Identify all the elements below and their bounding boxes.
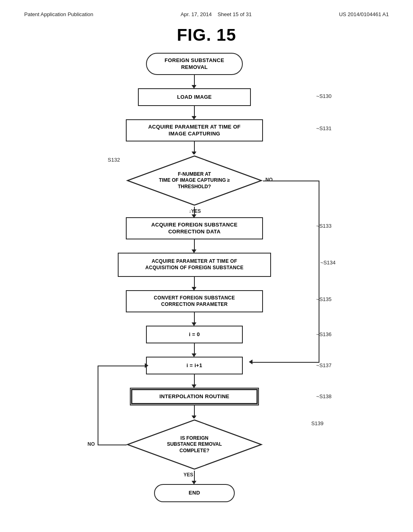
s134-label: ~S134: [320, 260, 336, 266]
s135-box: CONVERT FOREIGN SUBSTANCECORRECTION PARA…: [126, 290, 263, 312]
s133-box: ACQUIRE FOREIGN SUBSTANCECORRECTION DATA: [126, 217, 263, 239]
no-s139-v: [98, 366, 98, 445]
arrow-s130-s131: [194, 106, 195, 117]
arrow-s137-s138: [194, 374, 195, 386]
s137-box: i = i+1: [146, 357, 243, 374]
arrow-s133-s134: [194, 239, 195, 251]
s130-label: ~S130: [316, 93, 332, 99]
header-right: US 2014/0104461 A1: [339, 11, 389, 17]
s136-label: ~S136: [316, 331, 332, 337]
header-left: Patent Application Publication: [24, 11, 93, 17]
no-arrowhead-s137: [249, 360, 252, 364]
arrow-s136-s137: [194, 343, 195, 355]
header-center: Apr. 17, 2014 Sheet 15 of 31: [181, 11, 252, 17]
figure-title: FIG. 15: [0, 25, 413, 45]
yes-label-s132: ↓YES: [189, 208, 201, 214]
no-branch-h: [263, 181, 319, 181]
arrow-start-s130: [194, 75, 195, 86]
arrow-s139-end: [194, 471, 195, 482]
header: Patent Application Publication Apr. 17, …: [0, 0, 413, 21]
s136-box: i = 0: [146, 326, 243, 343]
s130-box: LOAD IMAGE: [138, 88, 251, 106]
arrow-s138-s139: [194, 405, 195, 417]
no-s139-arrowhead: [145, 363, 148, 368]
s134-box: ACQUIRE PARAMETER AT TIME OFACQUISITION …: [118, 253, 271, 277]
flowchart: FOREIGN SUBSTANCEREMOVAL LOAD IMAGE ~S13…: [65, 53, 348, 516]
s131-box: ACQUIRE PARAMETER AT TIME OFIMAGE CAPTUR…: [126, 119, 263, 141]
s137-label: ~S137: [316, 362, 332, 368]
no-label-s139: NO: [88, 441, 95, 447]
end-node: END: [154, 484, 235, 502]
arrow-s135-s136: [194, 312, 195, 324]
start-node: FOREIGN SUBSTANCEREMOVAL: [146, 53, 243, 75]
s131-label: ~S131: [316, 125, 332, 131]
s139-label: S139: [311, 420, 323, 426]
page: Patent Application Publication Apr. 17, …: [0, 0, 413, 532]
s138-box: INTERPOLATION ROUTINE: [130, 388, 259, 405]
s139-diamond: IS FOREIGNSUBSTANCE REMOVALCOMPLETE?: [126, 418, 263, 471]
s135-label: ~S135: [316, 296, 332, 302]
arrow-s131-s132: [194, 141, 195, 153]
arrow-s134-s135: [194, 277, 195, 288]
yes-label-s139: YES: [184, 472, 193, 478]
s133-label: ~S133: [316, 223, 332, 229]
no-branch-h2: [252, 362, 319, 363]
no-s139-h2: [98, 366, 146, 366]
no-label-s132: NO: [265, 177, 273, 183]
no-s139-h: [98, 445, 127, 445]
s132-diamond: F-NUMBER ATTIME OF IMAGE CAPTURING ≥THRE…: [126, 154, 263, 207]
s132-label: S132: [108, 157, 120, 163]
s138-label: ~S138: [316, 393, 332, 399]
